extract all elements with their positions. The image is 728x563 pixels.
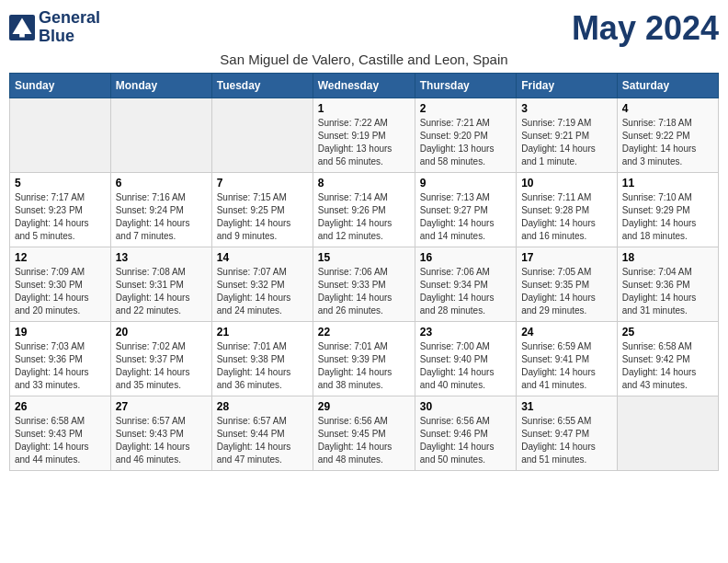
calendar-cell: 27Sunrise: 6:57 AM Sunset: 9:43 PM Dayli… [110, 396, 211, 471]
day-number: 12 [15, 251, 106, 264]
day-number: 20 [116, 326, 207, 339]
day-info: Sunrise: 6:58 AM Sunset: 9:43 PM Dayligh… [15, 415, 106, 466]
calendar-cell [617, 396, 718, 471]
day-number: 14 [217, 251, 308, 264]
header-sunday: Sunday [10, 74, 111, 98]
logo-icon [9, 15, 35, 40]
calendar-week-row: 19Sunrise: 7:03 AM Sunset: 9:36 PM Dayli… [10, 322, 719, 396]
day-number: 30 [420, 400, 511, 413]
calendar-cell: 15Sunrise: 7:06 AM Sunset: 9:33 PM Dayli… [313, 247, 415, 322]
calendar-cell: 26Sunrise: 6:58 AM Sunset: 9:43 PM Dayli… [10, 396, 111, 471]
day-info: Sunrise: 7:14 AM Sunset: 9:26 PM Dayligh… [318, 191, 410, 243]
day-number: 10 [521, 177, 612, 190]
day-info: Sunrise: 7:09 AM Sunset: 9:30 PM Dayligh… [15, 266, 106, 317]
location-title: San Miguel de Valero, Castille and Leon,… [9, 52, 719, 67]
day-number: 15 [318, 251, 410, 264]
day-number: 7 [217, 177, 308, 190]
calendar-cell [110, 98, 211, 173]
day-info: Sunrise: 7:17 AM Sunset: 9:23 PM Dayligh… [15, 191, 106, 243]
calendar-cell: 23Sunrise: 7:00 AM Sunset: 9:40 PM Dayli… [415, 322, 516, 396]
header-tuesday: Tuesday [211, 74, 313, 98]
calendar-cell: 19Sunrise: 7:03 AM Sunset: 9:36 PM Dayli… [10, 322, 111, 396]
day-number: 3 [521, 102, 612, 115]
day-number: 16 [420, 251, 511, 264]
calendar-week-row: 1Sunrise: 7:22 AM Sunset: 9:19 PM Daylig… [10, 98, 719, 173]
day-info: Sunrise: 6:55 AM Sunset: 9:47 PM Dayligh… [521, 415, 612, 466]
page-header: General Blue May 2024 [9, 9, 719, 48]
header-thursday: Thursday [415, 74, 516, 98]
day-info: Sunrise: 6:59 AM Sunset: 9:41 PM Dayligh… [521, 340, 612, 392]
day-info: Sunrise: 7:21 AM Sunset: 9:20 PM Dayligh… [420, 117, 511, 168]
calendar-cell: 14Sunrise: 7:07 AM Sunset: 9:32 PM Dayli… [211, 247, 313, 322]
calendar-cell: 7Sunrise: 7:15 AM Sunset: 9:25 PM Daylig… [211, 173, 313, 247]
calendar-cell: 13Sunrise: 7:08 AM Sunset: 9:31 PM Dayli… [110, 247, 211, 322]
calendar-cell [10, 98, 111, 173]
calendar-cell: 28Sunrise: 6:57 AM Sunset: 9:44 PM Dayli… [211, 396, 313, 471]
svg-rect-2 [19, 30, 25, 37]
day-number: 8 [318, 177, 410, 190]
day-info: Sunrise: 7:10 AM Sunset: 9:29 PM Dayligh… [622, 191, 713, 243]
day-info: Sunrise: 7:13 AM Sunset: 9:27 PM Dayligh… [420, 191, 511, 243]
calendar-cell: 31Sunrise: 6:55 AM Sunset: 9:47 PM Dayli… [517, 396, 618, 471]
day-number: 11 [622, 177, 713, 190]
calendar-cell: 21Sunrise: 7:01 AM Sunset: 9:38 PM Dayli… [211, 322, 313, 396]
day-info: Sunrise: 7:11 AM Sunset: 9:28 PM Dayligh… [521, 191, 612, 243]
day-info: Sunrise: 7:01 AM Sunset: 9:39 PM Dayligh… [318, 340, 410, 392]
day-number: 5 [15, 177, 106, 190]
day-info: Sunrise: 7:16 AM Sunset: 9:24 PM Dayligh… [116, 191, 207, 243]
calendar-cell: 12Sunrise: 7:09 AM Sunset: 9:30 PM Dayli… [10, 247, 111, 322]
day-info: Sunrise: 7:07 AM Sunset: 9:32 PM Dayligh… [217, 266, 308, 317]
calendar-week-row: 5Sunrise: 7:17 AM Sunset: 9:23 PM Daylig… [10, 173, 719, 247]
calendar-week-row: 26Sunrise: 6:58 AM Sunset: 9:43 PM Dayli… [10, 396, 719, 471]
calendar-cell: 16Sunrise: 7:06 AM Sunset: 9:34 PM Dayli… [415, 247, 516, 322]
header-monday: Monday [110, 74, 211, 98]
day-info: Sunrise: 6:57 AM Sunset: 9:44 PM Dayligh… [217, 415, 308, 466]
day-number: 29 [318, 400, 410, 413]
day-number: 24 [521, 326, 612, 339]
calendar-table: SundayMondayTuesdayWednesdayThursdayFrid… [9, 73, 719, 471]
day-number: 9 [420, 177, 511, 190]
day-number: 27 [116, 400, 207, 413]
calendar-cell: 11Sunrise: 7:10 AM Sunset: 9:29 PM Dayli… [617, 173, 718, 247]
day-number: 21 [217, 326, 308, 339]
day-number: 17 [521, 251, 612, 264]
calendar-cell: 17Sunrise: 7:05 AM Sunset: 9:35 PM Dayli… [517, 247, 618, 322]
day-info: Sunrise: 6:56 AM Sunset: 9:46 PM Dayligh… [420, 415, 511, 466]
day-info: Sunrise: 6:57 AM Sunset: 9:43 PM Dayligh… [116, 415, 207, 466]
calendar-cell: 1Sunrise: 7:22 AM Sunset: 9:19 PM Daylig… [313, 98, 415, 173]
day-number: 6 [116, 177, 207, 190]
day-info: Sunrise: 7:02 AM Sunset: 9:37 PM Dayligh… [116, 340, 207, 392]
calendar-cell [211, 98, 313, 173]
month-title: May 2024 [572, 9, 719, 48]
day-info: Sunrise: 7:19 AM Sunset: 9:21 PM Dayligh… [521, 117, 612, 168]
calendar-week-row: 12Sunrise: 7:09 AM Sunset: 9:30 PM Dayli… [10, 247, 719, 322]
calendar-cell: 5Sunrise: 7:17 AM Sunset: 9:23 PM Daylig… [10, 173, 111, 247]
header-friday: Friday [517, 74, 618, 98]
day-number: 18 [622, 251, 713, 264]
calendar-cell: 25Sunrise: 6:58 AM Sunset: 9:42 PM Dayli… [617, 322, 718, 396]
day-info: Sunrise: 6:56 AM Sunset: 9:45 PM Dayligh… [318, 415, 410, 466]
day-info: Sunrise: 7:18 AM Sunset: 9:22 PM Dayligh… [622, 117, 713, 168]
day-info: Sunrise: 7:00 AM Sunset: 9:40 PM Dayligh… [420, 340, 511, 392]
day-info: Sunrise: 7:03 AM Sunset: 9:36 PM Dayligh… [15, 340, 106, 392]
day-number: 22 [318, 326, 410, 339]
header-wednesday: Wednesday [313, 74, 415, 98]
day-info: Sunrise: 7:22 AM Sunset: 9:19 PM Dayligh… [318, 117, 410, 168]
day-number: 26 [15, 400, 106, 413]
calendar-cell: 29Sunrise: 6:56 AM Sunset: 9:45 PM Dayli… [313, 396, 415, 471]
day-number: 28 [217, 400, 308, 413]
day-number: 19 [15, 326, 106, 339]
calendar-cell: 9Sunrise: 7:13 AM Sunset: 9:27 PM Daylig… [415, 173, 516, 247]
calendar-cell: 8Sunrise: 7:14 AM Sunset: 9:26 PM Daylig… [313, 173, 415, 247]
calendar-header-row: SundayMondayTuesdayWednesdayThursdayFrid… [10, 74, 719, 98]
calendar-cell: 18Sunrise: 7:04 AM Sunset: 9:36 PM Dayli… [617, 247, 718, 322]
day-info: Sunrise: 7:06 AM Sunset: 9:34 PM Dayligh… [420, 266, 511, 317]
day-number: 23 [420, 326, 511, 339]
calendar-cell: 4Sunrise: 7:18 AM Sunset: 9:22 PM Daylig… [617, 98, 718, 173]
day-info: Sunrise: 7:01 AM Sunset: 9:38 PM Dayligh… [217, 340, 308, 392]
day-info: Sunrise: 6:58 AM Sunset: 9:42 PM Dayligh… [622, 340, 713, 392]
logo: General Blue [9, 9, 100, 46]
calendar-cell: 22Sunrise: 7:01 AM Sunset: 9:39 PM Dayli… [313, 322, 415, 396]
calendar-cell: 30Sunrise: 6:56 AM Sunset: 9:46 PM Dayli… [415, 396, 516, 471]
day-info: Sunrise: 7:05 AM Sunset: 9:35 PM Dayligh… [521, 266, 612, 317]
